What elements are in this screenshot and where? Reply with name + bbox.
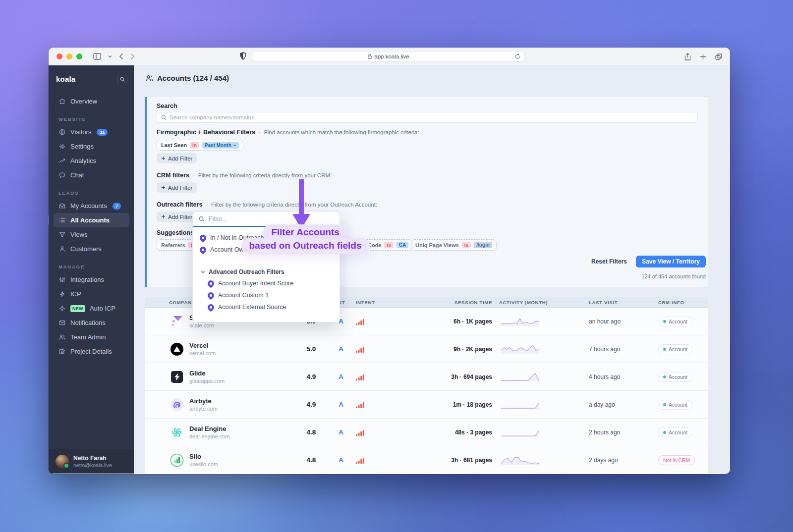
company-text: Deal Enginedeal-engine.com [189,425,229,439]
activity-sparkline [492,344,589,355]
save-view-button[interactable]: Save View / Territory [636,256,706,267]
sidebar-item-chat[interactable]: Chat [54,168,129,182]
chip-value: CA [396,242,408,248]
dropdown-item-account-custom-1[interactable]: Account Custom 1 [193,289,340,301]
last-visit: a day ago [589,401,658,408]
sidebar-item-label: Notifications [70,319,106,326]
column-header-intent: INTENT [356,300,400,305]
app-sidebar: koala OverviewWEBSITEVisitors11SettingsA… [49,65,134,474]
firmographic-section-header: Firmographic + Behavioral Filters · Find… [157,129,419,136]
crm-status-badge: Account [658,372,692,382]
url-text: app.koala.live [374,53,409,59]
sidebar-item-notifications[interactable]: Notifications [54,316,129,330]
forward-button[interactable] [130,53,135,60]
crm-cell: Account [658,399,708,410]
search-input[interactable]: Search company names/domains [157,112,698,123]
inbox-icon [58,202,66,210]
crm-status-label: Account [669,402,687,408]
company-cell: Vercelvercel.com [145,342,296,356]
activity-sparkline [492,399,589,410]
company-name: Glide [189,370,225,377]
gear-icon [58,143,66,150]
activity-sparkline [492,427,589,438]
sidebar-item-team-admin[interactable]: Team Admin [54,330,129,344]
sidebar-item-analytics[interactable]: Analytics [54,154,129,168]
chip-value: /login [474,242,492,248]
table-row-glide[interactable]: Glideglideapps.com4.9A3h · 694 pages4 ho… [145,363,708,391]
sidebar-section-label: MANAGE [54,256,129,272]
table-row-deal-engine[interactable]: Deal Enginedeal-engine.com4.8A48s · 3 pa… [145,419,708,446]
privacy-shield-icon[interactable] [240,52,246,62]
dropdown-item-account-external-source[interactable]: Account External Source [193,301,340,313]
company-domain: usesilo.com [189,461,218,467]
funnel-icon [58,231,66,238]
dropdown-group-items: Account Buyer Intent ScoreAccount Custom… [193,277,340,313]
sidebar-item-label: Customers [70,245,102,253]
sidebar-item-views[interactable]: Views [54,227,129,242]
company-name: Silo [189,453,218,461]
sidebar-item-icp[interactable]: ICP [54,287,129,301]
zoom-window-button[interactable] [76,53,82,59]
search-icon [199,216,205,222]
close-window-button[interactable] [57,53,62,59]
share-icon[interactable] [684,53,691,60]
dropdown-placeholder: Filter... [209,215,227,222]
table-row-vercel[interactable]: Vercelvercel.com5.0A9h · 2K pages7 hours… [145,335,708,363]
accounts-icon [146,75,153,81]
sidebar-item-project-details[interactable]: Project Details [54,344,129,359]
search-placeholder: Search company names/domains [170,114,254,120]
address-bar[interactable]: app.koala.live [253,51,524,62]
sidebar-search-button[interactable] [117,74,127,84]
session-time: 3h · 681 pages [400,457,492,464]
fit-score: 5.0 [296,345,326,353]
dropdown-item-label: Account Custom 1 [218,292,269,299]
add-outreach-filter-button[interactable]: Add Filter [157,212,197,222]
last-visit: 2 days ago [589,457,658,464]
user-profile[interactable]: Netto Farah netto@koala.live [49,449,134,474]
sidebar-item-visitors[interactable]: Visitors11 [54,125,129,139]
table-row-airbyte[interactable]: Airbyteairbyte.com4.9A1m · 18 pagesa day… [145,391,708,419]
sidebar-item-overview[interactable]: Overview [54,94,129,108]
crm-status-label: Not in CRM [663,457,690,463]
sidebar-item-all-accounts[interactable]: All Accounts [54,213,129,227]
back-button[interactable] [119,53,123,60]
sidebar-item-label: ICP [70,290,81,298]
dropdown-item-account-buyer-intent-score[interactable]: Account Buyer Intent Score [193,277,340,289]
minimize-window-button[interactable] [66,53,72,59]
sidebar-item-settings[interactable]: Settings [54,139,129,154]
tab-overview-icon[interactable] [715,53,722,60]
reload-icon[interactable] [515,53,520,59]
sidebar-toggle-icon[interactable] [93,53,101,60]
fit-grade: A [326,456,356,464]
last-visit: 4 hours ago [589,373,658,380]
sidebar-item-label: Settings [70,143,94,150]
crm-status-badge: Account [658,427,692,437]
sidebar-section-label: LEADS [54,182,129,199]
dropdown-group-advanced[interactable]: Advanced Outreach Filters [193,265,340,277]
reset-filters-button[interactable]: Reset Filters [591,258,627,265]
active-indicator [49,215,49,225]
crm-status-label: Account [669,319,687,324]
sidebar-item-my-accounts[interactable]: My Accounts7 [54,199,129,213]
chevron-down-icon [201,270,205,273]
suggestion-chip-uniq-page-views[interactable]: Uniq Page Viewsis/login [411,239,497,251]
last-visit: 2 hours ago [589,429,658,436]
intent-signal-icon [356,318,400,325]
lock-icon [368,54,372,59]
filter-chip-last-seen[interactable]: Last Seen in Past Month [157,140,243,151]
sidebar-item-auto-icp[interactable]: NEWAuto ICP [54,301,129,316]
trend-icon [58,157,66,164]
sidebar-item-integrations[interactable]: Integrations [54,272,129,287]
new-tab-icon[interactable] [700,53,706,60]
crm-cell: Account [658,372,708,382]
add-crm-filter-button[interactable]: Add Filter [157,182,197,193]
chevron-down-icon[interactable] [108,55,112,58]
count-badge: 11 [97,129,108,136]
sidebar-item-customers[interactable]: Customers [54,242,129,256]
company-cell: Airbyteairbyte.com [145,397,296,411]
page-title: Accounts (124 / 454) [157,74,229,82]
table-row-silo[interactable]: Silousesilo.com4.8A3h · 681 pages2 days … [145,446,708,474]
column-header-activity-month: ACTIVITY (MONTH) [492,300,589,305]
tooltip-line-2: based on Outreach fields [241,238,370,254]
add-firmographic-filter-button[interactable]: Add Filter [157,153,197,163]
